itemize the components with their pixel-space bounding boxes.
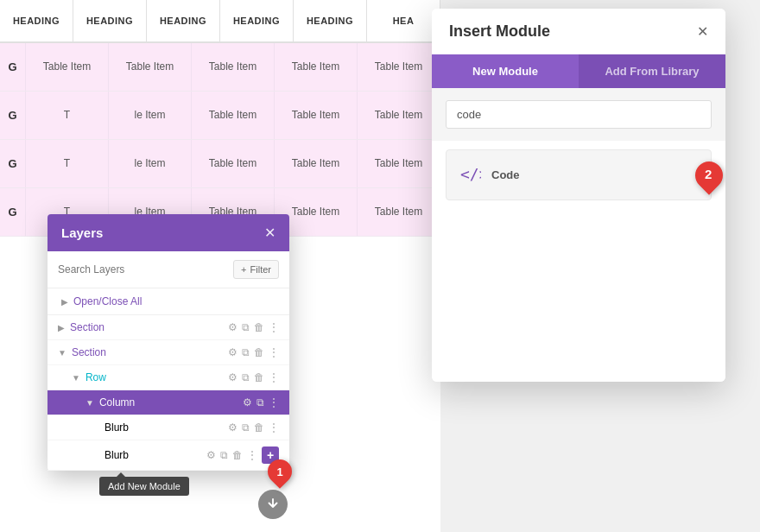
insert-module-close-button[interactable]: ✕ — [697, 23, 708, 40]
badge-2-label: 2 — [705, 167, 712, 181]
cell-3-3: Table Item — [192, 140, 275, 187]
blurb-2-icons: ⚙ ⧉ 🗑 ⋮ + — [206, 446, 279, 464]
cell-2-5: Table Item — [358, 92, 440, 139]
row-label-2: G — [0, 92, 26, 139]
table-heading-6: HEA — [367, 0, 440, 41]
insert-search-input[interactable] — [446, 100, 712, 129]
table-row-2: G T le Item Table Item Table Item Table … — [0, 92, 440, 140]
section-1-copy-icon[interactable]: ⧉ — [242, 321, 250, 333]
cell-3-5: Table Item — [358, 140, 440, 187]
blurb-1-copy-icon[interactable]: ⧉ — [242, 421, 250, 434]
table-row-1: G Table Item Table Item Table Item Table… — [0, 43, 440, 92]
section-2-copy-icon[interactable]: ⧉ — [242, 346, 250, 358]
row-icons: ⚙ ⧉ 🗑 ⋮ — [228, 371, 279, 383]
blurb-2-gear-icon[interactable]: ⚙ — [206, 449, 216, 461]
insert-search-area — [432, 88, 725, 141]
blurb-1-label: Blurb — [104, 421, 223, 434]
cell-3-2: le Item — [109, 140, 192, 187]
table-heading-2: HEADING — [73, 0, 147, 41]
filter-plus-icon: + — [241, 264, 246, 275]
badge-2: 2 — [689, 155, 725, 194]
layers-item-blurb-2[interactable]: Blurb ⚙ ⧉ 🗑 ⋮ + Add New Module — [48, 440, 289, 471]
row-copy-icon[interactable]: ⧉ — [242, 371, 250, 383]
bottom-arrow-icon — [258, 490, 288, 519]
layers-header: Layers ✕ — [48, 214, 289, 251]
column-copy-icon[interactable]: ⧉ — [256, 396, 264, 408]
section-1-gear-icon[interactable]: ⚙ — [228, 321, 238, 333]
cell-1-3: Table Item — [192, 43, 275, 91]
column-dots-icon[interactable]: ⋮ — [269, 396, 279, 408]
cell-1-5: Table Item — [358, 43, 440, 91]
section-1-trash-icon[interactable]: 🗑 — [254, 321, 264, 333]
section-1-icons: ⚙ ⧉ 🗑 ⋮ — [228, 321, 279, 333]
open-close-arrow-icon: ▶ — [61, 297, 68, 307]
section-2-label: Section — [72, 346, 223, 358]
row-label-3: G — [0, 140, 26, 187]
table-heading-1: HEADING — [0, 0, 73, 41]
column-gear-icon[interactable]: ⚙ — [243, 396, 252, 408]
row-label-4: G — [0, 188, 26, 236]
insert-module-panel: Insert Module ✕ New Module Add From Libr… — [432, 9, 725, 382]
filter-label: Filter — [250, 264, 271, 275]
cell-2-4: Table Item — [275, 92, 358, 139]
table-heading-4: HEADING — [220, 0, 294, 41]
layers-item-column[interactable]: ▼ Column ⚙ ⧉ ⋮ — [48, 390, 289, 415]
section-2-icons: ⚙ ⧉ 🗑 ⋮ — [228, 346, 279, 358]
tooltip-text: Add New Module — [108, 481, 180, 491]
insert-bottom-area — [432, 209, 725, 382]
blurb-2-label: Blurb — [104, 449, 201, 461]
row-dots-icon[interactable]: ⋮ — [269, 371, 279, 383]
blurb-1-trash-icon[interactable]: 🗑 — [254, 421, 264, 434]
layers-panel: Layers ✕ + Filter ▶ Open/Close All ▶ Sec… — [48, 214, 289, 471]
insert-module-title: Insert Module — [449, 22, 550, 41]
insert-module-header: Insert Module ✕ — [432, 9, 725, 54]
tab-add-from-library[interactable]: Add From Library — [579, 54, 725, 88]
blurb-1-dots-icon[interactable]: ⋮ — [269, 421, 279, 434]
blurb-1-icons: ⚙ ⧉ 🗑 ⋮ — [228, 421, 279, 434]
badge-1-label: 1 — [276, 466, 282, 478]
blurb-1-gear-icon[interactable]: ⚙ — [228, 421, 238, 434]
blurb-2-copy-icon[interactable]: ⧉ — [220, 449, 228, 461]
section-2-gear-icon[interactable]: ⚙ — [228, 346, 238, 358]
cell-2-1: T — [26, 92, 109, 139]
layers-filter-button[interactable]: + Filter — [233, 260, 279, 279]
cell-3-1: T — [26, 140, 109, 187]
blurb-2-dots-icon[interactable]: ⋮ — [247, 449, 257, 461]
layers-open-close[interactable]: ▶ Open/Close All — [48, 288, 289, 315]
layers-item-row[interactable]: ▼ Row ⚙ ⧉ 🗑 ⋮ — [48, 365, 289, 390]
row-gear-icon[interactable]: ⚙ — [228, 371, 238, 383]
row-label-text: Row — [86, 371, 223, 383]
layers-search-row: + Filter — [48, 251, 289, 288]
code-module-item[interactable]: </> Code 2 — [446, 149, 712, 200]
column-arrow-icon: ▼ — [86, 398, 94, 408]
table-heading-5: HEADING — [294, 0, 367, 41]
table-heading-3: HEADING — [147, 0, 220, 41]
tab-new-module[interactable]: New Module — [432, 54, 579, 88]
blurb-2-trash-icon[interactable]: 🗑 — [232, 449, 243, 461]
cell-1-4: Table Item — [275, 43, 358, 91]
column-icons: ⚙ ⧉ ⋮ — [243, 396, 279, 408]
column-label: Column — [99, 396, 238, 408]
section-1-arrow-icon: ▶ — [58, 323, 65, 332]
row-trash-icon[interactable]: 🗑 — [254, 371, 264, 383]
layers-search-input[interactable] — [58, 263, 226, 276]
layers-item-blurb-1[interactable]: Blurb ⚙ ⧉ 🗑 ⋮ — [48, 415, 289, 440]
layers-title: Layers — [61, 225, 103, 240]
section-2-arrow-icon: ▼ — [58, 348, 66, 358]
layers-item-section-1[interactable]: ▶ Section ⚙ ⧉ 🗑 ⋮ — [48, 315, 289, 340]
cell-3-4: Table Item — [275, 140, 358, 187]
layers-close-button[interactable]: ✕ — [264, 225, 276, 241]
cell-1-2: Table Item — [109, 43, 192, 91]
insert-module-tabs: New Module Add From Library — [432, 54, 725, 88]
cell-2-3: Table Item — [192, 92, 275, 139]
insert-results: </> Code 2 — [432, 141, 725, 209]
table-row-3: G T le Item Table Item Table Item Table … — [0, 140, 440, 188]
cell-4-5: Table Item — [358, 188, 440, 236]
section-1-dots-icon[interactable]: ⋮ — [269, 321, 279, 333]
table-heading-row: HEADING HEADING HEADING HEADING HEADING … — [0, 0, 440, 43]
section-2-trash-icon[interactable]: 🗑 — [254, 346, 264, 358]
open-close-label: Open/Close All — [73, 295, 142, 307]
code-module-label: Code — [491, 168, 520, 181]
section-2-dots-icon[interactable]: ⋮ — [269, 346, 279, 358]
layers-item-section-2[interactable]: ▼ Section ⚙ ⧉ 🗑 ⋮ — [48, 340, 289, 365]
